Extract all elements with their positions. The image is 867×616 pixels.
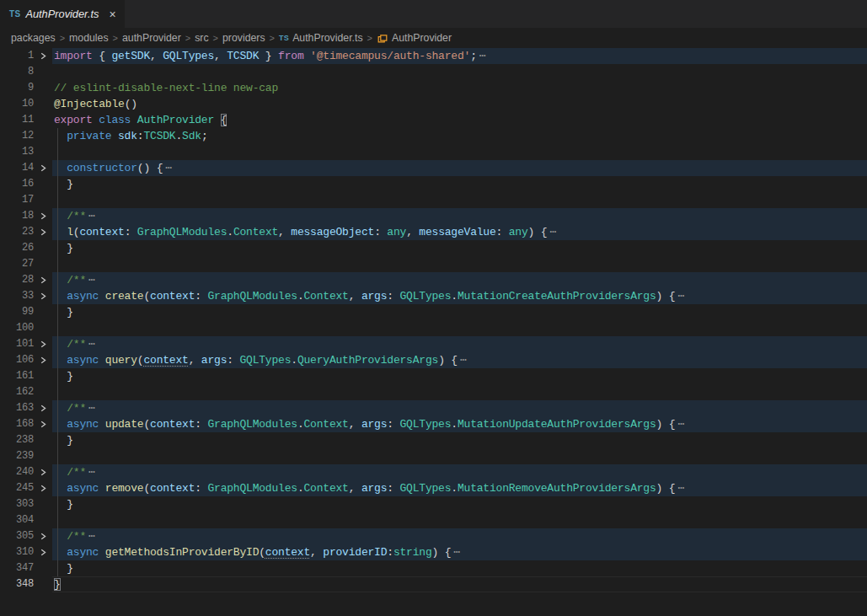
token <box>54 546 67 559</box>
fold-chevron-icon[interactable] <box>34 208 52 224</box>
code-text[interactable]: @Injectable() <box>52 96 867 112</box>
code-text[interactable]: /**⋯ <box>52 528 867 544</box>
code-text[interactable] <box>52 256 867 272</box>
breadcrumb: packages>modules>authProvider>src>provid… <box>0 28 867 48</box>
breadcrumb-separator-icon: > <box>367 33 372 43</box>
code-line-348: 348} <box>0 576 867 592</box>
token: () { <box>137 162 163 174</box>
fold-chevron-icon[interactable] <box>34 480 52 496</box>
token: : <box>387 290 399 303</box>
token: , <box>150 50 163 62</box>
token: } <box>54 178 73 190</box>
line-number: 163 <box>0 400 34 416</box>
fold-chevron-icon[interactable] <box>34 400 52 416</box>
tab-authprovider-ts[interactable]: TS AuthProvider.ts × <box>0 0 125 28</box>
fold-chevron-icon[interactable] <box>34 288 52 304</box>
code-text[interactable]: /**⋯ <box>52 400 867 416</box>
fold-chevron-icon[interactable] <box>34 352 52 368</box>
token: /** <box>67 274 86 287</box>
line-number: 310 <box>0 544 34 560</box>
fold-chevron-icon[interactable] <box>34 224 52 240</box>
matched-bracket: } <box>54 578 61 591</box>
breadcrumb-item-packages[interactable]: packages <box>11 32 56 44</box>
line-number: 1 <box>0 48 34 64</box>
code-text[interactable] <box>52 320 867 336</box>
code-text[interactable]: } <box>52 368 867 384</box>
breadcrumb-label: AuthProvider.ts <box>292 32 362 44</box>
code-text[interactable]: async remove(context: GraphQLModules.Con… <box>52 480 867 496</box>
token: } <box>54 306 73 319</box>
token <box>54 210 67 222</box>
code-line-106: 106 async query(context, args: GQLTypes.… <box>0 352 867 368</box>
breadcrumb-item-modules[interactable]: modules <box>69 32 108 44</box>
fold-chevron-icon[interactable] <box>34 544 52 560</box>
fold-chevron-icon[interactable] <box>34 160 52 176</box>
code-text[interactable]: async query(context, args: GQLTypes.Quer… <box>52 352 867 368</box>
token: ⋯ <box>677 482 684 495</box>
code-editor[interactable]: 1import { getSDK, GQLTypes, TCSDK } from… <box>0 48 867 616</box>
code-text[interactable] <box>52 64 867 80</box>
code-text[interactable]: } <box>52 176 867 192</box>
code-text[interactable]: async create(context: GraphQLModules.Con… <box>52 288 867 304</box>
breadcrumb-item-authprovider[interactable]: AuthProvider <box>377 32 452 44</box>
code-text[interactable]: } <box>52 576 867 592</box>
code-text[interactable] <box>52 144 867 160</box>
fold-chevron-icon[interactable] <box>34 416 52 432</box>
token: /** <box>67 210 86 222</box>
fold-chevron-icon[interactable] <box>34 48 52 64</box>
code-text[interactable]: } <box>52 496 867 512</box>
token: string <box>393 546 432 559</box>
token: /** <box>67 338 86 351</box>
token: , <box>349 482 361 495</box>
code-text[interactable]: async getMethodsInProviderByID(context, … <box>52 544 867 560</box>
code-text[interactable]: /**⋯ <box>52 208 867 224</box>
code-text[interactable]: // eslint-disable-next-line new-cap <box>52 80 867 96</box>
code-text[interactable]: async update(context: GraphQLModules.Con… <box>52 416 867 432</box>
breadcrumb-item-authprovider[interactable]: authProvider <box>122 32 181 44</box>
code-text[interactable]: l(context: GraphQLModules.Context, messa… <box>52 224 867 240</box>
token: ⋯ <box>88 338 95 351</box>
breadcrumb-item-authprovider-ts[interactable]: TSAuthProvider.ts <box>279 32 363 44</box>
fold-chevron-icon[interactable] <box>34 336 52 352</box>
gutter-spacer <box>34 240 52 256</box>
breadcrumb-separator-icon: > <box>185 33 190 43</box>
token: GraphQLModules <box>207 290 297 303</box>
fold-chevron-icon[interactable] <box>34 272 52 288</box>
fold-chevron-icon[interactable] <box>34 464 52 480</box>
code-text[interactable] <box>52 192 867 208</box>
code-text[interactable]: } <box>52 240 867 256</box>
tab-bar: TS AuthProvider.ts × <box>0 0 867 28</box>
line-number: 28 <box>0 272 34 288</box>
code-text[interactable]: } <box>52 432 867 448</box>
token: getSDK <box>111 50 150 62</box>
token <box>54 402 67 415</box>
fold-chevron-icon[interactable] <box>34 528 52 544</box>
line-number: 305 <box>0 528 34 544</box>
code-line-347: 347 } <box>0 560 867 576</box>
token: ( <box>143 482 150 495</box>
token: GraphQLModules <box>137 226 227 238</box>
code-text[interactable]: /**⋯ <box>52 464 867 480</box>
code-text[interactable] <box>52 448 867 464</box>
breadcrumb-item-providers[interactable]: providers <box>222 32 265 44</box>
code-text[interactable]: /**⋯ <box>52 272 867 288</box>
code-text[interactable] <box>52 512 867 528</box>
code-text[interactable] <box>52 384 867 400</box>
close-icon[interactable]: × <box>109 8 115 20</box>
token: ; <box>470 50 477 62</box>
code-text[interactable]: export class AuthProvider { <box>52 112 867 128</box>
token: args <box>361 290 387 303</box>
code-line-13: 13 <box>0 144 867 160</box>
token: GQLTypes <box>239 354 291 367</box>
code-text[interactable]: /**⋯ <box>52 336 867 352</box>
code-text[interactable]: import { getSDK, GQLTypes, TCSDK } from … <box>52 48 867 64</box>
code-text[interactable]: private sdk:TCSDK.Sdk; <box>52 128 867 144</box>
code-text[interactable]: } <box>52 560 867 576</box>
line-number: 239 <box>0 448 34 464</box>
token: context <box>265 546 310 559</box>
code-text[interactable]: constructor() {⋯ <box>52 160 867 176</box>
breadcrumb-item-src[interactable]: src <box>195 32 208 44</box>
token: ( <box>259 546 265 559</box>
code-text[interactable]: } <box>52 304 867 320</box>
token: @Injectable <box>54 98 125 110</box>
